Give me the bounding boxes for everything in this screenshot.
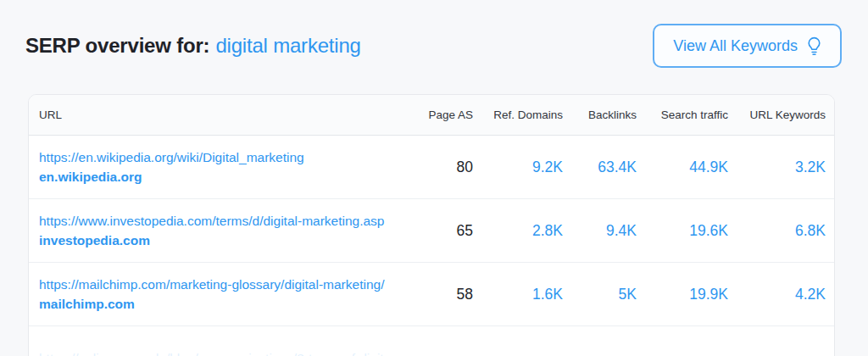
ref-domains-link[interactable]: 2.8K (532, 222, 563, 239)
column-header-page-as: Page AS (405, 108, 473, 121)
search-traffic-link[interactable]: 19.6K (689, 222, 728, 239)
page-title: SERP overview for:digital marketing (25, 34, 361, 58)
table-row-partial: https://online.wvu.edu/blog/communicatio… (29, 326, 834, 356)
url-cell: https://online.wvu.edu/blog/communicatio… (39, 348, 826, 356)
column-header-backlinks: Backlinks (563, 108, 637, 121)
view-all-keywords-button[interactable]: View All Keywords (653, 24, 842, 68)
backlinks-link[interactable]: 9.4K (606, 222, 637, 239)
column-header-url: URL (39, 108, 405, 121)
backlinks-link[interactable]: 5K (619, 286, 637, 303)
page-as-value: 58 (405, 286, 473, 303)
url-link[interactable]: https://en.wikipedia.org/wiki/Digital_ma… (39, 147, 405, 167)
table-row: https://mailchimp.com/marketing-glossary… (29, 263, 834, 326)
url-link[interactable]: https://mailchimp.com/marketing-glossary… (39, 275, 405, 294)
top-bar: SERP overview for:digital marketing View… (0, 0, 868, 68)
url-keywords-link[interactable]: 6.8K (795, 222, 826, 239)
table-row: https://en.wikipedia.org/wiki/Digital_ma… (29, 136, 834, 199)
url-cell: https://en.wikipedia.org/wiki/Digital_ma… (39, 147, 405, 186)
ref-domains-link[interactable]: 9.2K (532, 159, 563, 175)
page-title-keyword: digital marketing (215, 34, 360, 57)
page-title-prefix: SERP overview for: (25, 34, 209, 57)
domain-link[interactable]: mailchimp.com (39, 294, 405, 314)
url-cell: https://mailchimp.com/marketing-glossary… (39, 275, 405, 314)
serp-table-card: URL Page AS Ref. Domains Backlinks Searc… (28, 94, 835, 356)
url-link[interactable]: https://online.wvu.edu/blog/communicatio… (39, 348, 826, 356)
url-keywords-link[interactable]: 3.2K (795, 159, 826, 175)
column-header-url-keywords: URL Keywords (728, 108, 826, 121)
ref-domains-link[interactable]: 1.6K (532, 286, 563, 303)
domain-link[interactable]: en.wikipedia.org (39, 167, 405, 186)
url-cell: https://www.investopedia.com/terms/d/dig… (39, 211, 405, 250)
table-row: https://www.investopedia.com/terms/d/dig… (29, 199, 834, 263)
backlinks-link[interactable]: 63.4K (598, 159, 637, 175)
url-link[interactable]: https://www.investopedia.com/terms/d/dig… (39, 211, 405, 231)
lightbulb-icon (807, 36, 821, 56)
domain-link[interactable]: investopedia.com (39, 231, 405, 250)
page-as-value: 80 (405, 159, 473, 176)
table-header-row: URL Page AS Ref. Domains Backlinks Searc… (29, 95, 834, 136)
page-as-value: 65 (405, 222, 473, 240)
search-traffic-link[interactable]: 44.9K (689, 159, 728, 175)
column-header-search-traffic: Search traffic (637, 108, 728, 121)
url-keywords-link[interactable]: 4.2K (795, 286, 826, 303)
column-header-ref-domains: Ref. Domains (473, 108, 563, 121)
search-traffic-link[interactable]: 19.9K (689, 286, 728, 303)
view-all-keywords-label: View All Keywords (673, 37, 798, 55)
